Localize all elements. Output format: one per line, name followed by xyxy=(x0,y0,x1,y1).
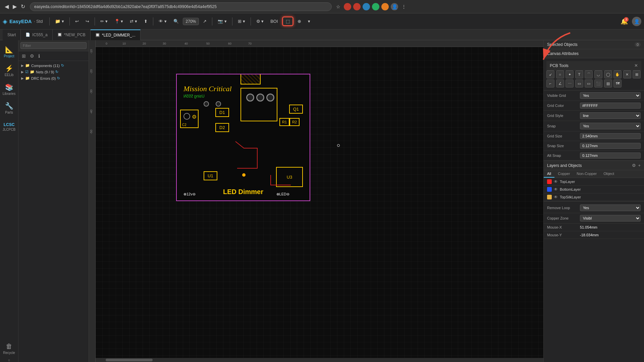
back-button[interactable]: ◀ xyxy=(3,2,11,11)
dm-components-item[interactable]: ▶ 📁 Components (11) ↻ xyxy=(20,62,87,69)
undo-button[interactable]: ↩ xyxy=(72,17,82,25)
dm-nets-item[interactable]: ▶ ☑ 📁 Nets (9 / 9) ↻ xyxy=(20,69,87,75)
top-component xyxy=(240,74,261,84)
components-refresh-icon[interactable]: ↻ xyxy=(61,63,64,68)
snap-size-input[interactable] xyxy=(580,143,641,149)
more-button[interactable]: ▾ xyxy=(305,17,313,25)
h-scrollbar[interactable] xyxy=(96,358,543,362)
layers-settings-icon[interactable]: ⚙ xyxy=(632,163,636,168)
power-led: ⊕LED⊖ xyxy=(276,192,289,196)
address-bar[interactable] xyxy=(30,2,332,11)
redo-button[interactable]: ↪ xyxy=(83,17,92,25)
r2-area: R2 xyxy=(289,118,300,126)
left-components: C2 ⚙ xyxy=(180,105,210,128)
topsilklayer-eye[interactable]: 👁 xyxy=(554,195,558,199)
tab-start[interactable]: Start xyxy=(3,29,21,40)
dm-filter-input[interactable] xyxy=(20,42,87,49)
nets-refresh-icon[interactable]: ↻ xyxy=(55,70,58,74)
zoom-in-button[interactable]: 🔍 xyxy=(171,17,181,25)
zoom-button[interactable]: ↗ xyxy=(200,17,209,25)
toplayer-eye[interactable]: 👁 xyxy=(554,179,558,184)
pcb-mission-title: Mission Critical xyxy=(183,84,232,93)
pcb-tool-map[interactable]: 🗺 xyxy=(613,79,622,87)
pcb-tool-pad[interactable]: ✦ xyxy=(566,70,574,78)
layer-toplayer[interactable]: 👁 TopLayer xyxy=(544,178,644,186)
remove-loop-select[interactable]: YesNo xyxy=(580,204,641,211)
dm-settings-btn[interactable]: ⚙ xyxy=(29,53,36,59)
sidebar-item-libraries[interactable]: 📚 Libraries xyxy=(2,80,16,98)
pcb-tools-close-btn[interactable]: ✕ xyxy=(634,63,638,68)
share-button[interactable]: ⊕ xyxy=(295,17,304,25)
menu-icon[interactable]: ⋮ xyxy=(400,3,408,10)
boi-button[interactable]: BOI xyxy=(268,17,280,25)
layer-tab-all[interactable]: All xyxy=(544,170,554,178)
tab-ic555[interactable]: 📄 IC555_a xyxy=(21,29,52,40)
sidebar-item-recycle[interactable]: 🗑 Recycle xyxy=(2,340,16,357)
layer-topsilklayer[interactable]: 👁 TopSilkLayer xyxy=(544,193,644,201)
pcb-tool-arc2[interactable]: ◡ xyxy=(594,70,602,78)
tab-newpcb[interactable]: 🔲 *NEW_PCB xyxy=(53,29,91,40)
dm-info-btn[interactable]: ℹ xyxy=(37,53,41,59)
layer-bottomlayer[interactable]: 👁 BottomLayer xyxy=(544,186,644,193)
up-button[interactable]: ⬆ xyxy=(141,17,150,25)
pcb-tool-dashed[interactable]: ⋯ xyxy=(566,79,574,87)
pcb-tool-route[interactable]: ↙ xyxy=(546,70,554,78)
view-button[interactable]: 👁 ▾ xyxy=(156,17,169,25)
bottomlayer-eye[interactable]: 👁 xyxy=(554,187,558,192)
svg-text:20: 20 xyxy=(143,42,146,45)
pcb-tool-zone[interactable]: ▤ xyxy=(604,79,612,87)
layer-tab-object[interactable]: Object xyxy=(600,170,618,178)
grid-color-input[interactable] xyxy=(580,103,641,109)
drc-folder-icon: 📁 xyxy=(25,76,30,80)
tab-led-dimmer[interactable]: 🔲 *LED_DIMMER_... xyxy=(91,29,141,40)
canvas-area[interactable]: 0 10 20 30 40 50 60 70 -10 -20 -30 -40 -… xyxy=(89,40,543,362)
pin-button[interactable]: 📍 ▾ xyxy=(112,17,126,25)
camera-button[interactable]: 📷 ▾ xyxy=(215,17,229,25)
sidebar-item-eelib[interactable]: ⚡ EELib xyxy=(2,62,16,79)
bookmark-icon[interactable]: ☆ xyxy=(334,3,342,10)
file-menu-button[interactable]: 📁 ▾ xyxy=(52,17,67,25)
forward-button[interactable]: ▶ xyxy=(11,2,19,11)
pcb-tool-text[interactable]: T xyxy=(575,70,583,78)
layer-tab-non-copper[interactable]: Non-Copper xyxy=(573,170,600,178)
canvas-content[interactable]: Mission Critical Using 555N C2 ⚙ D1 D xyxy=(96,47,543,362)
pcb-tool-corner[interactable]: ⌐ xyxy=(546,79,554,87)
pcb-tool-rect[interactable]: ▭ xyxy=(575,79,583,87)
pcb-tool-grid[interactable]: ⊞ xyxy=(633,70,641,78)
drc-refresh-icon[interactable]: ↻ xyxy=(57,76,60,80)
layer-tab-copper[interactable]: Copper xyxy=(554,170,573,178)
dm-collapse-btn[interactable]: ⊞ xyxy=(20,53,27,59)
grid-button[interactable]: ⊞ ▾ xyxy=(235,17,248,25)
pcb-tool-arc1[interactable]: ⌒ xyxy=(585,70,593,78)
grid-size-input[interactable] xyxy=(580,133,641,139)
draw-button[interactable]: ✏ ▾ xyxy=(98,17,110,25)
grid-style-select[interactable]: linedot xyxy=(580,112,641,119)
sidebar-item-jlcpcb[interactable]: LCSC JLCPCB xyxy=(2,118,16,135)
pcb-tool-cross[interactable]: ✕ xyxy=(623,70,631,78)
pcb-tool-fill[interactable]: ⬛ xyxy=(594,79,602,87)
d2-box: D2 xyxy=(215,123,229,132)
layers-add-icon[interactable]: + xyxy=(638,163,641,168)
user-avatar[interactable]: 👤 xyxy=(632,17,641,26)
visible-grid-select[interactable]: YesNo xyxy=(580,92,641,99)
pcb-tool-angle[interactable]: ∠ xyxy=(556,79,564,87)
snap-select[interactable]: YesNo xyxy=(580,123,641,129)
recycle-icon: 🗑 xyxy=(6,343,12,350)
pcb-tool-oval[interactable]: ◯ xyxy=(604,70,612,78)
pcb-tool-rect2[interactable]: ▭ xyxy=(585,79,593,87)
profile-icon[interactable]: 👤 xyxy=(391,3,398,10)
route-button[interactable]: ⬚ xyxy=(282,16,293,26)
pcb-tool-hand[interactable]: ✋ xyxy=(613,70,622,78)
pcb-tool-circle[interactable]: ○ xyxy=(556,70,564,78)
settings-button[interactable]: ⚙ ▾ xyxy=(254,17,267,25)
nets-folder-icon: 📁 xyxy=(30,70,35,74)
alt-snap-input[interactable] xyxy=(580,153,641,159)
reload-button[interactable]: ↻ xyxy=(19,2,27,11)
sidebar-item-project[interactable]: 📐 Project xyxy=(2,43,16,60)
selected-objects-header: Selected Objects 0 xyxy=(544,40,644,49)
copper-zone-select[interactable]: VisiblHidden xyxy=(580,215,641,222)
dm-drc-item[interactable]: ▶ 📁 DRC Errors (0) ↻ xyxy=(20,75,87,81)
align-button[interactable]: ⇄ ▾ xyxy=(127,17,140,25)
sidebar-item-parts[interactable]: 🔧 Parts xyxy=(2,99,16,117)
h-scrollbar-thumb[interactable] xyxy=(106,359,153,361)
